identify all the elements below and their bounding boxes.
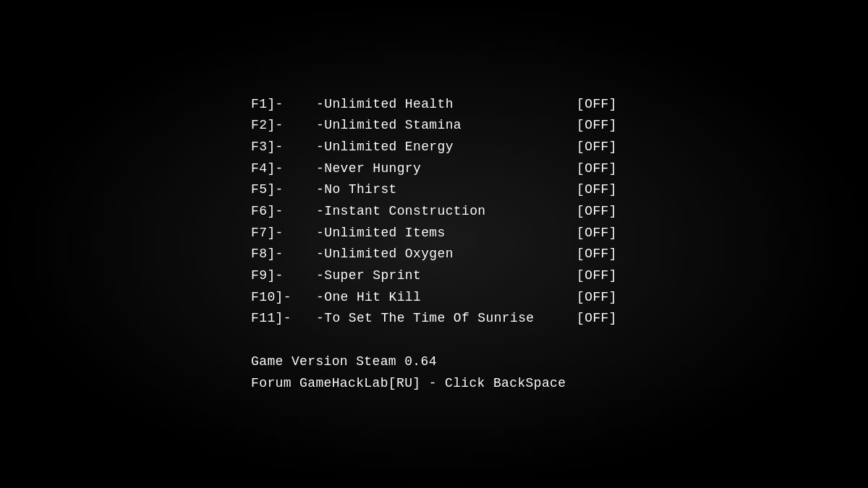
cheat-row: F2]--Unlimited Stamina[OFF]	[251, 115, 617, 137]
cheat-row: F10]--One Hit Kill[OFF]	[251, 287, 617, 309]
cheat-row: F1]--Unlimited Health[OFF]	[251, 94, 617, 116]
cheat-label-9: -One Hit Kill	[316, 287, 576, 309]
footer-line2: Forum GameHackLab[RU] - Click BackSpace	[251, 373, 617, 395]
cheat-label-6: -Unlimited Items	[316, 223, 576, 244]
cheat-status-10: [OFF]	[576, 308, 617, 330]
cheat-row: F4]--Never Hungry[OFF]	[251, 158, 617, 180]
cheat-status-8: [OFF]	[576, 265, 617, 287]
cheat-row: F6]--Instant Construction[OFF]	[251, 201, 617, 223]
cheat-row: F11]--To Set The Time Of Sunrise[OFF]	[251, 308, 617, 330]
cheat-label-1: -Unlimited Stamina	[316, 115, 576, 137]
cheat-key-7: F8]-	[251, 244, 316, 265]
cheat-key-4: F5]-	[251, 179, 316, 201]
cheat-list: F1]--Unlimited Health[OFF]F2]--Unlimited…	[251, 94, 617, 330]
cheat-label-2: -Unlimited Energy	[316, 137, 576, 158]
cheat-key-10: F11]-	[251, 308, 316, 330]
cheat-label-10: -To Set The Time Of Sunrise	[316, 308, 576, 330]
footer: Game Version Steam 0.64 Forum GameHackLa…	[251, 351, 617, 394]
cheat-label-4: -No Thirst	[316, 179, 576, 201]
footer-line1: Game Version Steam 0.64	[251, 351, 617, 373]
cheat-status-0: [OFF]	[576, 94, 617, 116]
cheat-row: F5]--No Thirst[OFF]	[251, 179, 617, 201]
cheat-row: F9]--Super Sprint[OFF]	[251, 265, 617, 287]
cheat-key-3: F4]-	[251, 158, 316, 180]
cheat-key-9: F10]-	[251, 287, 316, 309]
cheat-row: F8]--Unlimited Oxygen[OFF]	[251, 244, 617, 265]
cheat-key-5: F6]-	[251, 201, 316, 223]
cheat-label-7: -Unlimited Oxygen	[316, 244, 576, 265]
cheat-label-8: -Super Sprint	[316, 265, 576, 287]
cheat-status-2: [OFF]	[576, 137, 617, 158]
cheat-status-7: [OFF]	[576, 244, 617, 265]
cheat-label-5: -Instant Construction	[316, 201, 576, 223]
cheat-status-3: [OFF]	[576, 158, 617, 180]
cheat-status-1: [OFF]	[576, 115, 617, 137]
cheat-status-4: [OFF]	[576, 179, 617, 201]
cheat-row: F3]--Unlimited Energy[OFF]	[251, 137, 617, 158]
cheat-key-2: F3]-	[251, 137, 316, 158]
cheat-key-6: F7]-	[251, 223, 316, 244]
cheat-key-8: F9]-	[251, 265, 316, 287]
cheat-status-6: [OFF]	[576, 223, 617, 244]
cheat-key-1: F2]-	[251, 115, 316, 137]
cheat-label-0: -Unlimited Health	[316, 94, 576, 116]
cheat-row: F7]--Unlimited Items[OFF]	[251, 223, 617, 244]
cheat-label-3: -Never Hungry	[316, 158, 576, 180]
cheat-status-5: [OFF]	[576, 201, 617, 223]
main-content: F1]--Unlimited Health[OFF]F2]--Unlimited…	[222, 80, 646, 409]
cheat-key-0: F1]-	[251, 94, 316, 116]
cheat-status-9: [OFF]	[576, 287, 617, 309]
screen: F1]--Unlimited Health[OFF]F2]--Unlimited…	[0, 0, 868, 488]
